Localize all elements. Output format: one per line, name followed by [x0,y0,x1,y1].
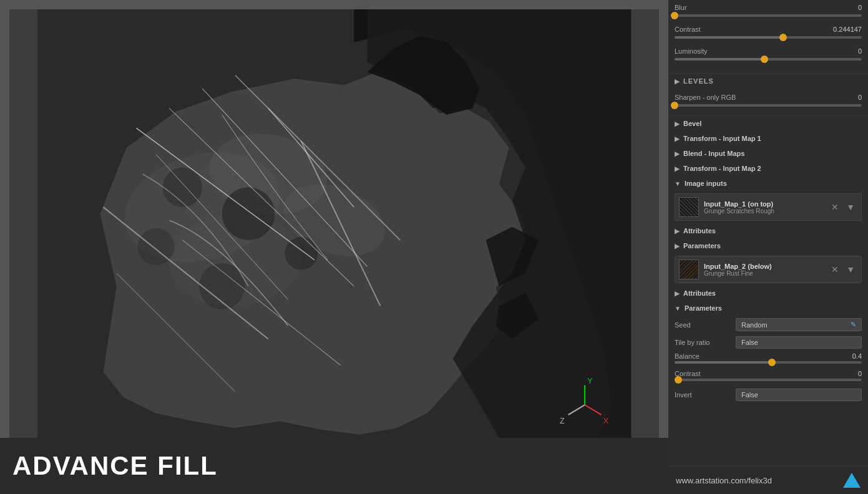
sharpen-slider-track[interactable] [675,104,862,107]
image-inputs-section: ▼ Image inputs Input_Map_1 (on top) Grun… [668,176,868,404]
parameters-2-section: ▼ Parameters Seed Random ✎ Tile by ratio… [668,301,868,404]
right-panel: Blur 0 Contrast 0.244147 [668,0,868,494]
sharpen-label: Sharpen - only RGB [675,94,736,101]
params-contrast-slider-thumb[interactable] [675,376,682,384]
invert-row: Invert False [668,386,868,404]
top-controls-section: Blur 0 Contrast 0.244147 [668,0,868,74]
contrast-slider-track[interactable] [675,36,862,39]
blend-input-maps-header[interactable]: ▶ Blend - Input Maps [668,146,868,161]
contrast-slider-container[interactable] [675,35,862,42]
params-contrast-value: 0 [858,370,862,377]
image-inputs-label: Image inputs [685,180,727,187]
attributes-1-header[interactable]: ▶ Attributes [668,223,868,238]
attributes2-chevron-icon: ▶ [675,290,680,297]
balance-slider-track[interactable] [675,361,862,364]
levels-chevron-icon: ▶ [675,78,680,85]
artstation-logo-icon [843,473,861,488]
balance-value: 0.4 [852,352,862,360]
viewport-canvas: Y Z X [9,9,659,438]
image-inputs-header[interactable]: ▼ Image inputs [668,176,868,191]
sharpen-slider-thumb[interactable] [671,102,678,109]
levels-content: Sharpen - only RGB 0 [668,89,868,116]
parameters2-chevron-icon: ▼ [675,305,681,312]
invert-label: Invert [675,391,731,399]
blur-value: 0 [858,4,862,11]
svg-point-6 [222,187,275,240]
params-contrast-row: Contrast 0 [668,369,868,386]
bevel-section-header[interactable]: ▶ Bevel [668,116,868,131]
tile-by-ratio-value-box[interactable]: False [736,336,862,349]
seed-value: Random [741,321,768,329]
seed-row: Seed Random ✎ [668,316,868,334]
blend-chevron-icon: ▶ [675,150,680,157]
parameters-1-label: Parameters [683,242,721,249]
balance-slider-thumb[interactable] [768,359,776,366]
levels-header[interactable]: ▶ LEVELS [668,74,868,89]
transform1-chevron-icon: ▶ [675,135,680,142]
input-map-1-name: Input_Map_1 (on top) [704,200,829,208]
invert-value-box[interactable]: False [736,389,862,401]
luminosity-label: Luminosity [675,47,708,55]
input-map-1-thumb [679,197,699,217]
watermark-bar: www.artstation.com/felix3d [668,466,868,494]
seed-edit-icon: ✎ [851,321,856,329]
luminosity-slider-track[interactable] [675,58,862,61]
attributes-2-header[interactable]: ▶ Attributes [668,286,868,301]
tile-by-ratio-value: False [741,339,758,346]
invert-value: False [741,391,758,399]
blur-control: Blur 0 [675,4,862,21]
seed-value-box[interactable]: Random ✎ [736,318,862,331]
seed-label: Seed [675,321,731,329]
artstation-logo [843,473,861,488]
contrast-label: Contrast [675,26,701,33]
sharpen-value: 0 [858,94,862,101]
transform-input-map-2-label: Transform - Input Map 2 [683,165,761,172]
parameters-2-label: Parameters [685,304,722,312]
blur-slider-track[interactable] [675,14,862,17]
input-map-1-close-button[interactable]: ✕ [829,201,841,213]
luminosity-slider-container[interactable] [675,57,862,64]
blur-slider-container[interactable] [675,13,862,21]
svg-text:Z: Z [560,417,565,425]
contrast-slider-thumb[interactable] [779,34,787,41]
parameters1-chevron-icon: ▶ [675,243,680,249]
input-map-1-item: Input_Map_1 (on top) Grunge Scratches Ro… [675,193,862,221]
input-map-1-expand-button[interactable]: ▼ [844,201,857,213]
svg-point-5 [163,168,202,207]
image-inputs-chevron-icon: ▼ [675,180,681,187]
transform2-chevron-icon: ▶ [675,165,680,172]
bevel-label: Bevel [683,120,701,127]
attributes1-chevron-icon: ▶ [675,228,680,235]
transform-input-map-1-label: Transform - Input Map 1 [683,135,761,142]
blur-label: Blur [675,4,687,11]
input-map-1-sub: Grunge Scratches Rough [704,208,829,215]
input-map-2-name: Input_Map_2 (below) [704,263,829,270]
viewport-panel: Y Z X ADVANCE FILL [0,0,668,494]
balance-label: Balance [675,352,700,360]
contrast-value: 0.244147 [833,26,862,33]
input-map-2-close-button[interactable]: ✕ [829,264,841,275]
transform-input-map-2-header[interactable]: ▶ Transform - Input Map 2 [668,161,868,176]
watermark-text: www.artstation.com/felix3d [676,476,772,485]
transform-input-map-1-header[interactable]: ▶ Transform - Input Map 1 [668,131,868,146]
params-contrast-slider-track[interactable] [675,379,862,381]
bevel-chevron-icon: ▶ [675,120,680,127]
attributes-1-label: Attributes [683,227,716,235]
input-map-2-thumb [679,259,699,279]
parameters-1-header[interactable]: ▶ Parameters [668,238,868,253]
attributes-2-label: Attributes [683,289,716,297]
parameters-2-header[interactable]: ▼ Parameters [668,301,868,316]
blur-slider-thumb[interactable] [671,12,678,19]
bottom-bar: ADVANCE FILL [0,438,668,494]
creature-viewport: Y Z X [9,9,659,438]
tile-by-ratio-row: Tile by ratio False [668,334,868,351]
blend-input-maps-label: Blend - Input Maps [683,150,744,157]
tile-by-ratio-label: Tile by ratio [675,339,731,346]
svg-text:Y: Y [587,377,593,385]
viewport-area[interactable]: Y Z X [9,9,659,438]
sharpen-slider-container[interactable] [675,103,862,110]
input-map-2-expand-button[interactable]: ▼ [844,264,857,275]
balance-row: Balance 0.4 [668,351,868,369]
luminosity-slider-thumb[interactable] [761,56,768,63]
app-title: ADVANCE FILL [12,451,218,481]
